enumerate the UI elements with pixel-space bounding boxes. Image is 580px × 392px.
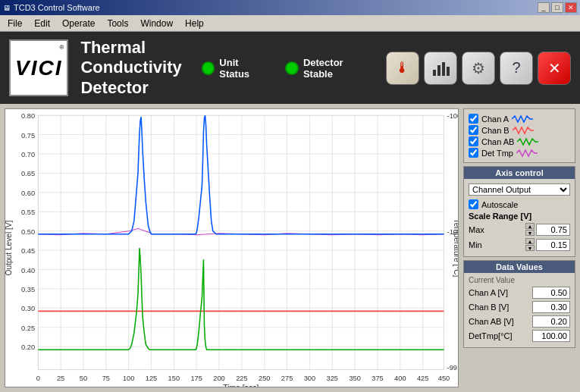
svg-rect-1: [437, 65, 440, 76]
svg-text:0.80: 0.80: [21, 112, 35, 120]
legend-chan-b: Chan B: [469, 125, 570, 135]
svg-text:100: 100: [123, 375, 134, 382]
svg-text:0.40: 0.40: [21, 267, 35, 274]
svg-rect-0: [433, 70, 436, 76]
svg-text:Output Level [V]: Output Level [V]: [5, 220, 13, 275]
chan-ab-field-value: 0.20: [532, 315, 570, 328]
vici-logo: ® VICI: [9, 39, 68, 96]
menu-window[interactable]: Window: [136, 17, 177, 30]
settings-button[interactable]: ⚙: [462, 52, 495, 85]
det-tmp-field-value: 100.00: [532, 330, 570, 342]
min-field-row: Min ▲ ▼: [469, 238, 570, 251]
svg-text:175: 175: [190, 375, 202, 382]
menu-edit[interactable]: Edit: [30, 17, 55, 30]
chan-b-field-label: Chan B [V]: [469, 303, 509, 312]
title-line2: Conductivity: [80, 58, 181, 77]
svg-text:0.45: 0.45: [21, 247, 35, 255]
chart-area: 0.80 0.75 0.70 0.65 0.60 0.55 0.50 0.45 …: [5, 108, 459, 387]
det-tmp-value-row: DetTmp[°C] 100.00: [469, 330, 570, 342]
svg-text:425: 425: [417, 375, 428, 382]
chan-b-line-icon: [513, 126, 534, 135]
svg-text:0.35: 0.35: [21, 286, 35, 293]
svg-text:0.20: 0.20: [21, 343, 35, 351]
unit-status-dot: [202, 61, 215, 75]
det-tmp-checkbox[interactable]: [469, 148, 478, 158]
header-title: Thermal Conductivity Detector: [80, 38, 181, 98]
svg-rect-5: [38, 115, 444, 370]
header-buttons: 🌡 ⚙ ? ✕: [386, 52, 571, 85]
thermometer-button[interactable]: 🌡: [386, 52, 419, 85]
svg-text:-100.01: -100.01: [447, 112, 458, 120]
chan-a-field-value: 0.50: [532, 287, 570, 299]
legend-det-tmp: Det Tmp: [469, 148, 570, 158]
detector-stable-label: Detector Stable: [303, 57, 374, 80]
svg-text:0.60: 0.60: [21, 190, 35, 197]
svg-text:125: 125: [146, 375, 157, 382]
chan-b-checkbox[interactable]: [469, 125, 478, 135]
current-value-label: Current Value: [469, 276, 570, 284]
min-increment-button[interactable]: ▲: [525, 238, 535, 244]
svg-text:375: 375: [372, 375, 383, 382]
menu-file[interactable]: File: [3, 17, 27, 30]
legend-chan-ab-label: Chan AB: [481, 137, 514, 146]
svg-text:75: 75: [102, 375, 110, 382]
exit-button[interactable]: ✕: [538, 52, 571, 85]
svg-text:275: 275: [281, 375, 293, 382]
title-bar-left: 🖥 TCD3 Control Software: [3, 3, 100, 12]
svg-rect-3: [447, 67, 450, 76]
autoscale-checkbox[interactable]: [469, 199, 478, 209]
title-line1: Thermal: [80, 38, 146, 57]
menu-bar: File Edit Operate Tools Window Help: [0, 15, 580, 32]
legend-chan-ab: Chan AB: [469, 136, 570, 146]
max-label: Max: [469, 225, 484, 234]
chart-button[interactable]: [424, 52, 457, 85]
chan-a-checkbox[interactable]: [469, 114, 478, 124]
legend-box: Chan A Chan B Chan AB: [463, 108, 575, 163]
legend-chan-a: Chan A: [469, 114, 570, 124]
svg-text:150: 150: [168, 375, 180, 382]
legend-chan-a-label: Chan A: [481, 114, 509, 124]
chan-ab-value-row: Chan AB [V] 0.20: [469, 315, 570, 328]
minimize-button[interactable]: _: [538, 2, 550, 13]
window-title: TCD3 Control Software: [14, 3, 100, 12]
autoscale-label: Autoscale: [481, 200, 518, 209]
title-line3: Detector: [80, 78, 148, 97]
svg-text:Temperature [°C]: Temperature [°C]: [453, 219, 458, 278]
svg-text:250: 250: [259, 375, 270, 382]
max-decrement-button[interactable]: ▼: [525, 230, 535, 236]
legend-chan-b-label: Chan B: [481, 126, 509, 135]
chan-ab-field-label: Chan AB [V]: [469, 317, 514, 326]
svg-text:325: 325: [327, 375, 338, 382]
svg-text:0: 0: [36, 375, 40, 382]
main-content: 0.80 0.75 0.70 0.65 0.60 0.55 0.50 0.45 …: [0, 104, 580, 392]
data-values-section: Data Values Current Value Chan A [V] 0.5…: [463, 260, 575, 348]
max-increment-button[interactable]: ▲: [525, 223, 535, 229]
svg-text:0.65: 0.65: [21, 170, 35, 177]
menu-tools[interactable]: Tools: [102, 17, 133, 30]
min-decrement-button[interactable]: ▼: [525, 245, 535, 251]
svg-text:0.25: 0.25: [21, 325, 35, 332]
det-tmp-line-icon: [516, 149, 538, 158]
axis-control-dropdown[interactable]: Channel Output: [469, 183, 570, 196]
svg-text:300: 300: [304, 375, 315, 382]
svg-text:450: 450: [438, 375, 450, 382]
svg-text:50: 50: [80, 375, 87, 382]
unit-status-indicator: Unit Status: [202, 57, 271, 80]
chan-ab-checkbox[interactable]: [469, 136, 478, 146]
help-button[interactable]: ?: [500, 52, 533, 85]
chan-b-field-value: 0.30: [532, 301, 570, 313]
menu-operate[interactable]: Operate: [58, 17, 99, 30]
title-bar-controls: _ □ ✕: [538, 2, 577, 13]
svg-text:Time [sec]: Time [sec]: [223, 384, 259, 387]
maximize-button[interactable]: □: [551, 2, 563, 13]
right-panel: Chan A Chan B Chan AB: [463, 108, 575, 387]
vici-registered: ®: [60, 44, 64, 51]
min-value-input[interactable]: [536, 239, 570, 251]
max-value-input[interactable]: [536, 224, 570, 236]
close-window-button[interactable]: ✕: [565, 2, 577, 13]
svg-text:400: 400: [394, 375, 406, 382]
detector-stable-indicator: Detector Stable: [285, 57, 374, 80]
chan-a-field-label: Chan A [V]: [469, 288, 508, 297]
svg-text:0.75: 0.75: [21, 132, 35, 140]
menu-help[interactable]: Help: [180, 17, 208, 30]
